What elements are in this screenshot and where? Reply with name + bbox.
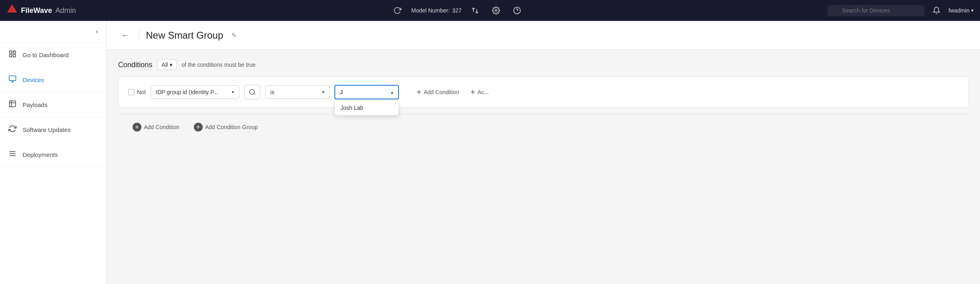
sidebar-item-label-devices: Devices (23, 76, 44, 83)
filewave-logo-icon (6, 4, 18, 17)
sidebar-collapse-area: ‹ (0, 21, 106, 43)
footer-actions: + Add Condition + Add Condition Group (118, 114, 969, 140)
app-product: Admin (55, 6, 76, 15)
content-header: ← New Smart Group ✎ (107, 21, 980, 50)
app-title: FileWave (21, 6, 52, 15)
back-button[interactable]: ← (118, 29, 133, 41)
sidebar-item-deployments[interactable]: Deployments (0, 142, 106, 167)
add-condition-extra-icon: + (470, 88, 475, 97)
logo-area: FileWave Admin (6, 4, 87, 17)
conditions-area: Conditions All ▾ of the conditions must … (107, 50, 980, 284)
svg-rect-8 (10, 55, 12, 57)
add-condition-footer-label: Add Condition (144, 124, 179, 130)
model-label: Model Number: (411, 7, 450, 14)
conditions-label: Conditions (118, 61, 152, 69)
sidebar: ‹ Go to Dashboard Devices (0, 21, 107, 284)
model-number: Model Number: 327 (411, 7, 461, 14)
sidebar-item-payloads[interactable]: Payloads (0, 93, 106, 117)
add-condition-inline-button[interactable]: + Add Condition (413, 86, 463, 99)
conditions-all-dropdown[interactable]: All ▾ (157, 60, 177, 70)
svg-point-16 (249, 89, 254, 94)
deployments-icon (8, 150, 17, 160)
condition-value-input[interactable]: J ▴ (334, 85, 399, 99)
value-wrapper: J ▴ Josh Lab (334, 85, 399, 99)
sync-icon-btn[interactable] (468, 3, 482, 18)
search-input[interactable] (828, 5, 924, 16)
conditions-text: of the conditions must be true (182, 62, 256, 68)
help-icon-btn[interactable] (510, 3, 524, 18)
add-condition-footer-button[interactable]: + Add Condition (129, 121, 183, 133)
notification-icon-btn[interactable] (929, 3, 944, 18)
svg-rect-6 (13, 51, 16, 54)
sidebar-item-devices[interactable]: Devices (0, 68, 106, 93)
condition-row-container: Not IDP group id (Identity P... ▾ (118, 76, 969, 108)
search-wrapper: 🔍 (828, 5, 924, 16)
collapse-sidebar-button[interactable]: ‹ (96, 27, 98, 36)
svg-rect-7 (13, 55, 16, 57)
software-updates-icon (8, 125, 17, 135)
not-label: Not (137, 89, 146, 95)
condition-value-input-inner: J ▴ (340, 89, 393, 95)
app-body: ‹ Go to Dashboard Devices (0, 21, 980, 284)
condition-row: Not IDP group id (Identity P... ▾ (128, 85, 959, 99)
suggestion-item-josh-lab[interactable]: Josh Lab (335, 101, 399, 115)
condition-value-text: J (340, 89, 343, 95)
sidebar-nav: Go to Dashboard Devices Payloads (0, 43, 106, 284)
user-menu[interactable]: fwadmin ▾ (949, 7, 974, 14)
page-title: New Smart Group (146, 30, 223, 41)
sidebar-item-label-dashboard: Go to Dashboard (23, 51, 69, 58)
sidebar-item-label-payloads: Payloads (23, 101, 48, 108)
condition-operator-chevron-down-icon: ▾ (322, 89, 324, 95)
add-condition-group-label: Add Condition Group (205, 124, 258, 130)
svg-rect-5 (10, 51, 12, 54)
sidebar-item-label-deployments: Deployments (23, 151, 58, 158)
add-condition-extra-button[interactable]: + Ac... (467, 86, 492, 99)
add-condition-inline-icon: + (417, 88, 421, 97)
user-chevron-down-icon: ▾ (971, 8, 974, 13)
refresh-icon-btn[interactable] (390, 3, 405, 18)
svg-point-2 (495, 10, 497, 12)
not-checkbox[interactable] (128, 89, 135, 95)
add-condition-extra-label: Ac... (478, 89, 489, 95)
svg-line-17 (253, 93, 255, 95)
devices-icon (8, 75, 17, 85)
conditions-all-chevron-down-icon: ▾ (170, 62, 172, 68)
not-checkbox-group: Not (128, 89, 146, 95)
condition-field-dropdown[interactable]: IDP group id (Identity P... ▾ (151, 85, 239, 99)
suggestion-dropdown: Josh Lab (334, 100, 399, 115)
header-divider (139, 29, 139, 41)
main-content: ← New Smart Group ✎ Conditions All ▾ of … (107, 21, 980, 284)
settings-icon-btn[interactable] (489, 3, 503, 18)
conditions-header: Conditions All ▾ of the conditions must … (118, 60, 969, 70)
svg-rect-9 (9, 76, 16, 81)
topnav-right: 🔍 fwadmin ▾ (828, 3, 974, 18)
condition-operator-dropdown[interactable]: is ▾ (265, 85, 330, 99)
condition-operator-value: is (270, 89, 274, 95)
add-condition-group-button[interactable]: + Add Condition Group (191, 121, 261, 133)
edit-title-button[interactable]: ✎ (230, 30, 238, 41)
model-value: 327 (452, 7, 461, 14)
add-condition-plus-circle-icon: + (133, 123, 141, 132)
sidebar-item-dashboard[interactable]: Go to Dashboard (0, 43, 106, 68)
condition-value-chevron-up-icon: ▴ (391, 89, 393, 95)
add-group-plus-circle-icon: + (194, 123, 203, 132)
username-label: fwadmin (949, 7, 970, 14)
payloads-icon (8, 100, 17, 110)
top-navigation: FileWave Admin Model Number: 327 (0, 0, 980, 21)
condition-field-value: IDP group id (Identity P... (156, 89, 218, 95)
sidebar-item-software-updates[interactable]: Software Updates (0, 117, 106, 142)
condition-search-button[interactable] (244, 85, 260, 99)
dashboard-icon (8, 50, 17, 60)
sidebar-item-label-software-updates: Software Updates (23, 126, 71, 133)
conditions-all-value: All (162, 62, 168, 68)
svg-rect-12 (10, 101, 16, 107)
condition-field-chevron-down-icon: ▾ (232, 89, 234, 95)
topnav-center: Model Number: 327 (92, 3, 823, 18)
add-condition-inline-label: Add Condition (424, 89, 459, 95)
